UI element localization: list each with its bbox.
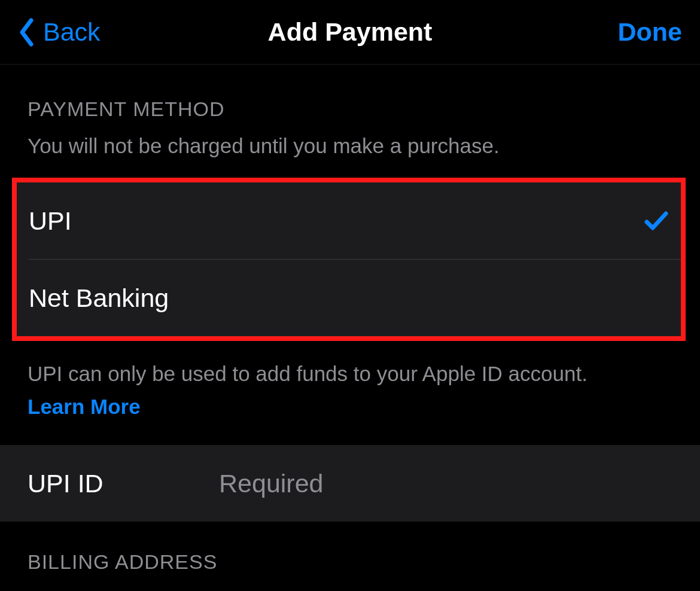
upi-id-field[interactable] bbox=[219, 469, 672, 498]
option-label-upi: UPI bbox=[29, 206, 72, 236]
billing-address-section-header: BILLING ADDRESS bbox=[0, 522, 700, 574]
payment-method-footer: UPI can only be used to add funds to you… bbox=[0, 341, 700, 445]
done-button[interactable]: Done bbox=[618, 17, 683, 47]
back-button[interactable]: Back bbox=[18, 17, 101, 47]
option-label-net-banking: Net Banking bbox=[29, 284, 169, 313]
option-row-upi[interactable]: UPI bbox=[17, 182, 681, 259]
billing-address-title: BILLING ADDRESS bbox=[28, 550, 672, 574]
learn-more-link[interactable]: Learn More bbox=[28, 392, 672, 421]
upi-id-row[interactable]: UPI ID bbox=[0, 445, 700, 522]
upi-id-label: UPI ID bbox=[28, 469, 219, 498]
footer-description: UPI can only be used to add funds to you… bbox=[28, 362, 588, 385]
payment-method-title: PAYMENT METHOD bbox=[28, 98, 672, 121]
navigation-bar: Back Add Payment Done bbox=[0, 0, 700, 65]
option-row-net-banking[interactable]: Net Banking bbox=[17, 260, 681, 336]
payment-method-subtitle: You will not be charged until you make a… bbox=[28, 132, 672, 178]
payment-method-section-header: PAYMENT METHOD You will not be charged u… bbox=[0, 65, 700, 178]
chevron-left-icon bbox=[18, 17, 36, 47]
checkmark-icon bbox=[644, 210, 669, 231]
page-title: Add Payment bbox=[268, 17, 433, 47]
payment-options-highlighted: UPI Net Banking bbox=[12, 178, 686, 341]
back-label: Back bbox=[43, 17, 101, 47]
